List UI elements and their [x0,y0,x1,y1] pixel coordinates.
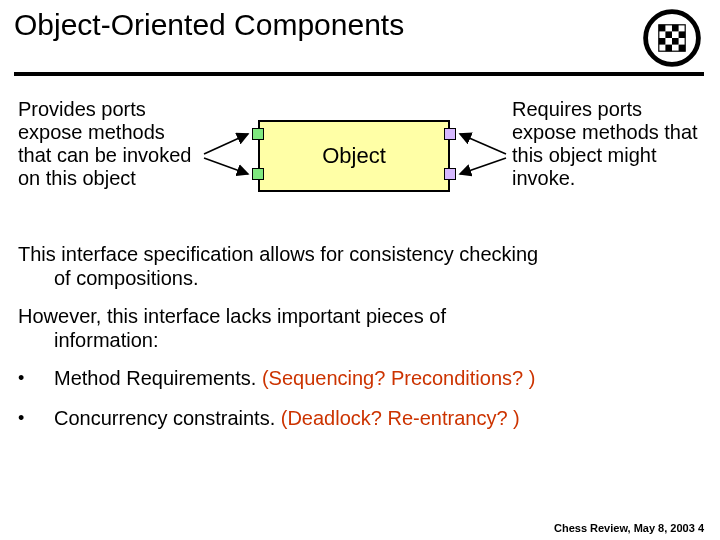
requires-port-2 [444,168,456,180]
para1-line2: of compositions. [18,266,702,290]
svg-rect-4 [679,31,686,38]
svg-rect-1 [659,25,666,32]
body-text: This interface specification allows for … [0,228,720,430]
chess-logo [642,8,702,68]
svg-rect-6 [672,38,679,45]
object-box: Object [258,120,450,192]
requires-text: Requires ports expose methods that this … [512,98,702,190]
svg-line-13 [460,158,506,174]
svg-rect-5 [659,38,666,45]
svg-rect-3 [665,31,672,38]
bullet-2: • Concurrency constraints. (Deadlock? Re… [18,406,702,430]
paragraph-2: However, this interface lacks important … [18,304,702,352]
requires-port-1 [444,128,456,140]
slide-header: Object-Oriented Components [0,0,720,68]
svg-line-10 [204,134,248,154]
slide-footer: Chess Review, May 8, 2003 4 [554,522,704,534]
bullet-1-red: (Sequencing? Preconditions? ) [262,367,536,389]
provides-port-2 [252,168,264,180]
object-diagram: Object [198,98,512,228]
svg-rect-8 [679,45,686,52]
provides-text: Provides ports expose methods that can b… [18,98,198,190]
bullet-mark: • [18,406,54,430]
para2-line2: information: [18,328,702,352]
para1-line1: This interface specification allows for … [18,243,538,265]
diagram-row: Provides ports expose methods that can b… [0,76,720,228]
bullet-1-black: Method Requirements. [54,367,262,389]
bullet-mark: • [18,366,54,390]
bullet-2-black: Concurrency constraints. [54,407,281,429]
svg-line-11 [204,158,248,174]
provides-port-1 [252,128,264,140]
object-label: Object [322,143,386,169]
svg-line-12 [460,134,506,154]
bullet-1: • Method Requirements. (Sequencing? Prec… [18,366,702,390]
svg-rect-2 [672,25,679,32]
svg-rect-7 [665,45,672,52]
bullet-text: Method Requirements. (Sequencing? Precon… [54,366,702,390]
paragraph-1: This interface specification allows for … [18,242,702,290]
para2-line1: However, this interface lacks important … [18,305,446,327]
slide-title: Object-Oriented Components [14,8,404,42]
bullet-text: Concurrency constraints. (Deadlock? Re-e… [54,406,702,430]
bullet-2-red: (Deadlock? Re-entrancy? ) [281,407,520,429]
